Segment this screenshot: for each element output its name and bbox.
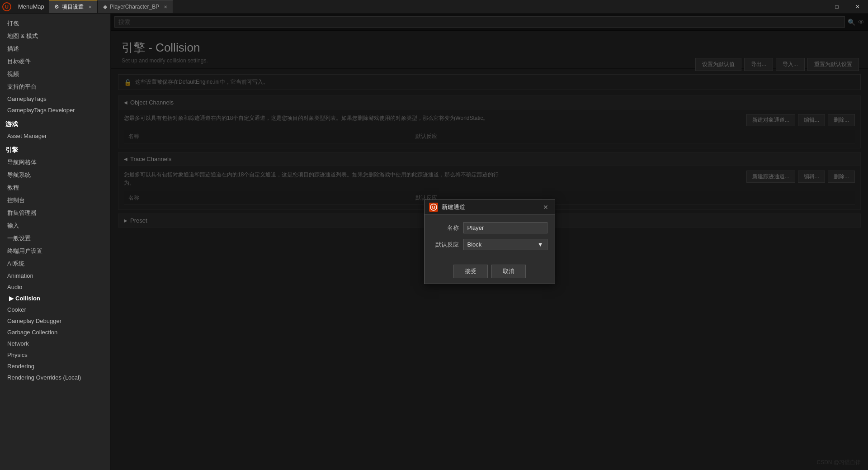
sidebar-item-target-hardware-label: 目标硬件 — [7, 57, 31, 66]
sidebar-item-video-label: 视频 — [7, 70, 19, 78]
sidebar-item-gameplay-debugger-label: Gameplay Debugger — [7, 318, 61, 324]
name-input[interactable] — [463, 222, 547, 233]
sidebar-item-description[interactable]: 描述 — [0, 43, 110, 55]
sidebar-item-input[interactable]: 输入 — [0, 219, 110, 232]
accept-button[interactable]: 接受 — [453, 265, 488, 278]
sidebar-item-terminal-user-settings[interactable]: 终端用户设置 — [0, 245, 110, 257]
modal-logo: U — [429, 203, 438, 212]
sidebar-item-garbage-collection[interactable]: Garbage Collection — [0, 327, 110, 338]
sidebar-item-tutorial-label: 教程 — [7, 184, 19, 192]
sidebar-item-build[interactable]: 打包 — [0, 17, 110, 30]
sidebar-item-asset-manager-label: Asset Manager — [7, 133, 47, 139]
sidebar-item-general-settings-label: 一般设置 — [7, 234, 31, 242]
window-controls: ─ □ ✕ — [806, 0, 868, 13]
modal-title: 新建通道 — [442, 203, 538, 211]
sidebar-item-maps-modes-label: 地图 & 模式 — [7, 32, 38, 40]
sidebar-item-terminal-user-settings-label: 终端用户设置 — [7, 247, 42, 255]
modal-overlay: U 新建通道 ✕ 名称 默认反应 Block ▼ — [111, 14, 868, 470]
sidebar-item-gameplay-tags-dev[interactable]: GameplayTags Developer — [0, 104, 110, 116]
name-label: 名称 — [432, 224, 459, 232]
main-layout: 打包 地图 & 模式 描述 目标硬件 视频 支持的平台 GameplayTags… — [0, 14, 868, 470]
sidebar-item-ai-system[interactable]: AI系统 — [0, 257, 110, 270]
sidebar-item-rendering-overrides-label: Rendering Overrides (Local) — [7, 374, 81, 381]
cancel-button[interactable]: 取消 — [491, 265, 526, 278]
name-form-row: 名称 — [432, 222, 547, 233]
sidebar-item-video[interactable]: 视频 — [0, 68, 110, 81]
sidebar-item-cluster-manager-label: 群集管理器 — [7, 209, 37, 217]
sidebar-item-cluster-manager[interactable]: 群集管理器 — [0, 207, 110, 219]
sidebar-item-control[interactable]: 控制台 — [0, 194, 110, 207]
close-button[interactable]: ✕ — [847, 0, 868, 13]
title-bar: U MenuMap ⚙ 项目设置 ✕ ◆ PlayerCharacter_BP … — [0, 0, 868, 14]
tab-project-settings-label: 项目设置 — [62, 3, 84, 11]
sidebar-item-supported-platforms-label: 支持的平台 — [7, 83, 37, 91]
response-form-row: 默认反应 Block ▼ — [432, 239, 547, 250]
sidebar-item-general-settings[interactable]: 一般设置 — [0, 232, 110, 245]
sidebar-item-nav-mesh-label: 导航网格体 — [7, 158, 37, 166]
svg-text:U: U — [432, 205, 435, 210]
sidebar-item-rendering-overrides[interactable]: Rendering Overrides (Local) — [0, 372, 110, 383]
section-game-header: 游戏 — [0, 116, 110, 130]
modal-close-button[interactable]: ✕ — [541, 203, 550, 212]
sidebar-item-nav-system[interactable]: 导航系统 — [0, 169, 110, 181]
sidebar-item-target-hardware[interactable]: 目标硬件 — [0, 55, 110, 68]
sidebar-item-build-label: 打包 — [7, 19, 19, 28]
tab-project-settings-close[interactable]: ✕ — [88, 5, 92, 9]
sidebar-item-input-label: 输入 — [7, 222, 19, 230]
sidebar-item-audio[interactable]: Audio — [0, 281, 110, 293]
sidebar-item-ai-system-label: AI系统 — [7, 260, 24, 268]
sidebar-item-asset-manager[interactable]: Asset Manager — [0, 130, 110, 142]
section-engine-header: 引擎 — [0, 142, 110, 156]
sidebar-item-gameplay-tags-dev-label: GameplayTags Developer — [7, 107, 75, 114]
sidebar-item-supported-platforms[interactable]: 支持的平台 — [0, 81, 110, 93]
sidebar-item-nav-mesh[interactable]: 导航网格体 — [0, 156, 110, 169]
response-dropdown[interactable]: Block ▼ — [463, 239, 547, 250]
sidebar-item-tutorial[interactable]: 教程 — [0, 181, 110, 194]
sidebar-item-gameplay-tags-label: GameplayTags — [7, 95, 47, 102]
tab-player-char-label: PlayerCharacter_BP — [110, 4, 159, 10]
sidebar-item-audio-label: Audio — [7, 284, 22, 290]
maximize-button[interactable]: □ — [826, 0, 847, 13]
sidebar-item-rendering[interactable]: Rendering — [0, 361, 110, 372]
sidebar-item-gameplay-tags[interactable]: GameplayTags — [0, 93, 110, 104]
app-logo: U — [0, 0, 14, 14]
modal-titlebar: U 新建通道 ✕ — [425, 200, 555, 215]
new-channel-modal: U 新建通道 ✕ 名称 默认反应 Block ▼ — [424, 199, 555, 284]
sidebar-item-nav-system-label: 导航系统 — [7, 171, 31, 179]
sidebar-item-control-label: 控制台 — [7, 196, 25, 204]
sidebar-item-cooker-label: Cooker — [7, 306, 26, 313]
response-label: 默认反应 — [432, 241, 459, 249]
sidebar-item-physics-label: Physics — [7, 351, 28, 358]
modal-footer: 接受 取消 — [425, 261, 555, 284]
sidebar-item-network-label: Network — [7, 340, 29, 347]
tab-player-char[interactable]: ◆ PlayerCharacter_BP ✕ — [98, 0, 173, 13]
menu-label[interactable]: MenuMap — [14, 0, 49, 13]
tabs-bar: ⚙ 项目设置 ✕ ◆ PlayerCharacter_BP ✕ — [49, 0, 868, 13]
sidebar-item-collision[interactable]: ▶ Collision — [0, 293, 110, 304]
sidebar-item-animation-label: Animation — [7, 272, 33, 279]
chevron-down-icon: ▼ — [538, 241, 543, 248]
sidebar: 打包 地图 & 模式 描述 目标硬件 视频 支持的平台 GameplayTags… — [0, 14, 111, 470]
tab-project-settings[interactable]: ⚙ 项目设置 ✕ — [49, 0, 98, 13]
response-value: Block — [467, 241, 482, 248]
sidebar-item-cooker[interactable]: Cooker — [0, 304, 110, 315]
sidebar-item-description-label: 描述 — [7, 45, 19, 53]
sidebar-item-maps-modes[interactable]: 地图 & 模式 — [0, 30, 110, 43]
tab-player-icon: ◆ — [103, 4, 107, 10]
sidebar-item-gameplay-debugger[interactable]: Gameplay Debugger — [0, 315, 110, 327]
svg-text:U: U — [5, 4, 9, 9]
sidebar-arrow-collision: ▶ — [9, 295, 14, 302]
minimize-button[interactable]: ─ — [806, 0, 826, 13]
content-area: 🔍 👁 引擎 - Collision Set up and modify col… — [111, 14, 868, 470]
tab-player-char-close[interactable]: ✕ — [164, 5, 167, 9]
sidebar-item-collision-label: Collision — [15, 295, 40, 302]
sidebar-item-garbage-collection-label: Garbage Collection — [7, 329, 57, 336]
sidebar-item-rendering-label: Rendering — [7, 363, 34, 370]
tab-settings-icon: ⚙ — [54, 4, 59, 10]
sidebar-item-network[interactable]: Network — [0, 338, 110, 349]
modal-body: 名称 默认反应 Block ▼ — [425, 215, 555, 261]
sidebar-item-animation[interactable]: Animation — [0, 270, 110, 281]
sidebar-item-physics[interactable]: Physics — [0, 349, 110, 361]
